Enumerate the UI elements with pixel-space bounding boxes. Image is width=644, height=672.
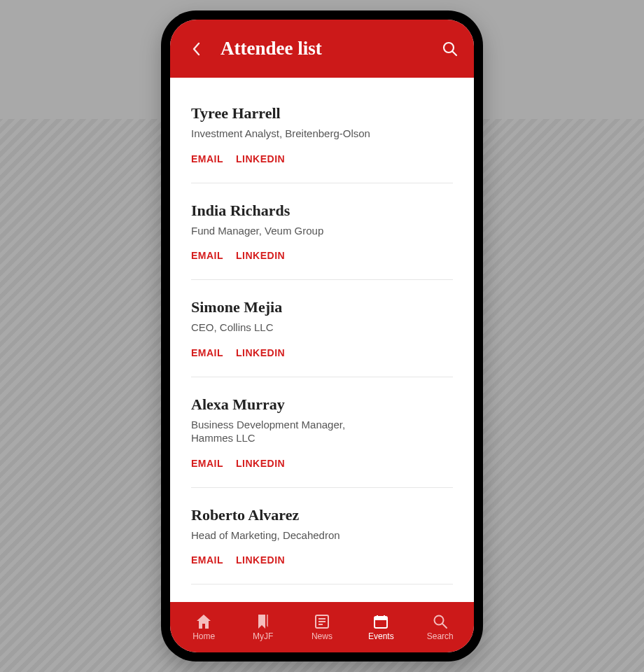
email-link[interactable]: EMAIL (191, 347, 223, 358)
attendee-item: Roberto AlvarezHead of Marketing, Decahe… (191, 506, 453, 585)
email-link[interactable]: EMAIL (191, 153, 223, 164)
chevron-left-icon (192, 42, 200, 56)
nav-label: Events (368, 631, 394, 641)
linkedin-link[interactable]: LINKEDIN (236, 347, 285, 358)
phone-frame: Attendee list Tyree HarrellInvestment An… (161, 10, 483, 662)
nav-label: Search (427, 631, 454, 641)
attendee-list: Tyree HarrellInvestment Analyst, Breiten… (170, 78, 474, 602)
attendee-links: EMAILLINKEDIN (191, 153, 453, 164)
nav-label: MyJF (253, 631, 273, 641)
email-link[interactable]: EMAIL (191, 458, 223, 469)
attendee-name: India Richards (191, 202, 453, 220)
nav-home[interactable]: Home (179, 613, 228, 641)
back-button[interactable] (186, 42, 206, 56)
nav-news[interactable]: News (298, 613, 346, 641)
calendar-icon (373, 614, 388, 629)
attendee-role: Head of Marketing, Decahedron (191, 528, 373, 542)
email-link[interactable]: EMAIL (191, 554, 223, 566)
attendee-name: Alexa Murray (191, 396, 453, 414)
linkedin-link[interactable]: LINKEDIN (236, 153, 285, 164)
attendee-item: Simone MejiaCEO, Collins LLCEMAILLINKEDI… (191, 298, 453, 377)
news-icon (314, 614, 330, 629)
bottom-nav: Home MyJF News Events Search (170, 602, 474, 652)
attendee-item: Tyree HarrellInvestment Analyst, Breiten… (191, 104, 453, 183)
attendee-links: EMAILLINKEDIN (191, 458, 453, 469)
linkedin-link[interactable]: LINKEDIN (236, 250, 285, 261)
linkedin-link[interactable]: LINKEDIN (236, 458, 285, 469)
attendee-name: Roberto Alvarez (191, 506, 453, 524)
attendee-links: EMAILLINKEDIN (191, 250, 453, 261)
attendee-name: Simone Mejia (191, 298, 453, 316)
page-title: Attendee list (220, 38, 322, 59)
nav-label: News (312, 631, 332, 641)
bookmark-icon (256, 614, 270, 629)
attendee-links: EMAILLINKEDIN (191, 554, 453, 566)
nav-label: Home (192, 631, 215, 641)
home-icon (195, 614, 212, 629)
attendee-role: Investment Analyst, Breitenberg-Olson (191, 127, 373, 141)
attendee-item: India RichardsFund Manager, Veum GroupEM… (191, 202, 453, 281)
attendee-item: Alexa MurrayBusiness Development Manager… (191, 396, 453, 488)
attendee-name: Tyree Harrell (191, 104, 453, 122)
email-link[interactable]: EMAIL (191, 250, 223, 261)
svg-line-11 (442, 624, 447, 628)
nav-search[interactable]: Search (416, 613, 465, 641)
app-header: Attendee list (170, 20, 474, 78)
attendee-links: EMAILLINKEDIN (191, 347, 453, 358)
svg-rect-7 (374, 617, 387, 620)
linkedin-link[interactable]: LINKEDIN (236, 554, 285, 566)
attendee-role: Fund Manager, Veum Group (191, 224, 373, 238)
nav-myjf[interactable]: MyJF (239, 613, 288, 641)
attendee-role: CEO, Collins LLC (191, 321, 373, 335)
search-icon (433, 614, 448, 629)
svg-line-1 (452, 51, 456, 55)
nav-events[interactable]: Events (356, 613, 405, 641)
screen: Attendee list Tyree HarrellInvestment An… (170, 20, 474, 652)
search-icon (442, 41, 458, 57)
search-button[interactable] (442, 41, 458, 57)
attendee-role: Business Development Manager, Hammes LLC (191, 418, 373, 445)
